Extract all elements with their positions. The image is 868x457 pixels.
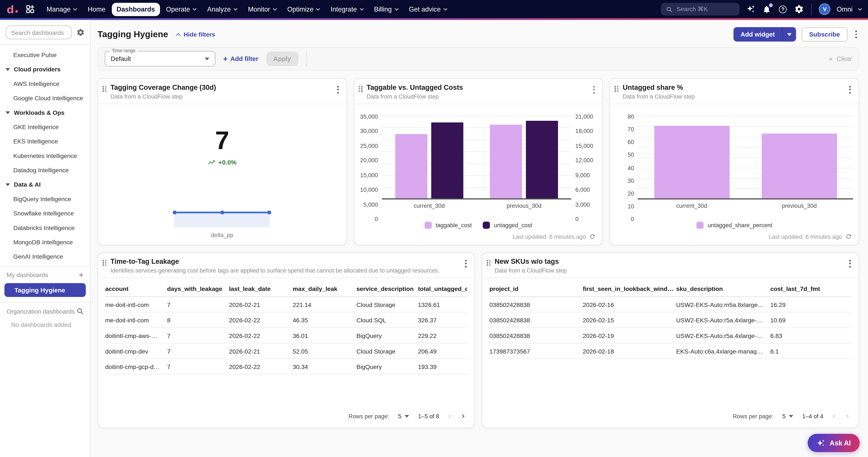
sidebar-item-eks-intelligence[interactable]: EKS Intelligence <box>0 134 90 148</box>
widget-overflow-menu[interactable] <box>847 84 853 99</box>
y-axis-tick: 0 <box>631 216 634 222</box>
pagination-prev-button[interactable]: ‹ <box>448 412 452 420</box>
column-header-project-id[interactable]: project_id <box>489 285 583 292</box>
nav-item-manage[interactable]: Manage <box>42 3 82 16</box>
column-header-max-daily-leak[interactable]: max_daily_leak <box>292 285 356 292</box>
column-header-service-description[interactable]: service_description <box>356 285 418 292</box>
table-cell: 2026-02-15 <box>583 317 676 323</box>
sidebar-item-google-cloud-intelligence[interactable]: Google Cloud Intelligence <box>0 91 90 105</box>
pagination-next-button[interactable]: › <box>845 412 849 420</box>
drag-handle-icon[interactable] <box>102 260 106 274</box>
column-header-last-leak-date[interactable]: last_leak_date <box>229 285 292 292</box>
widget-overflow-menu[interactable] <box>335 84 341 99</box>
add-widget-dropdown-button[interactable] <box>782 27 796 41</box>
org-dashboards-search-icon[interactable] <box>76 307 84 315</box>
nav-item-analyze[interactable]: Analyze <box>202 3 242 16</box>
table-cell: me-doit-intl-com <box>105 301 167 308</box>
sidebar-settings-gear-icon[interactable] <box>76 28 85 36</box>
column-header-cost-last-7d-fmt[interactable]: cost_last_7d_fmt <box>770 285 851 292</box>
widget-subtitle: Identifies services generating cost befo… <box>111 267 459 274</box>
select-caret-icon <box>789 415 794 418</box>
sidebar-item-bigquery-intelligence[interactable]: BigQuery Intelligence <box>0 192 90 206</box>
sidebar-item-datadog-intelligence[interactable]: Datadog Intelligence <box>0 163 90 177</box>
drag-handle-icon[interactable] <box>359 86 363 100</box>
rows-per-page-select[interactable]: 5 <box>398 413 409 419</box>
ask-ai-button[interactable]: Ask AI <box>807 434 860 452</box>
y-axis-left: 05,00010,00015,00020,00025,00030,00035,0… <box>359 116 382 219</box>
org-dashboards-empty-text: No dashboards added <box>0 318 90 328</box>
add-filter-button[interactable]: + Add filter <box>223 55 258 62</box>
widget-untagged-share: Untagged share % Data from a CloudFlow s… <box>610 78 859 246</box>
column-header-account[interactable]: account <box>105 285 167 292</box>
apply-filters-button[interactable]: Apply <box>266 52 298 66</box>
sidebar-section-workloads-ops[interactable]: Workloads & Ops <box>0 105 90 119</box>
column-header-days-with-leakage[interactable]: days_with_leakage <box>167 285 229 292</box>
filter-divider <box>306 52 307 66</box>
sidebar-item-tagging-hygiene[interactable]: Tagging Hygiene <box>4 283 86 297</box>
user-avatar[interactable]: V <box>819 3 830 15</box>
nav-item-get-advice[interactable]: Get advice <box>404 3 452 16</box>
subscribe-button[interactable]: Subscribe <box>801 27 848 41</box>
bar-taggable-cost-previous-30d <box>490 125 522 198</box>
y-axis-tick: 12,000 <box>576 157 593 164</box>
sidebar-item-snowflake-intelligence[interactable]: Snowflake Intelligence <box>0 206 90 220</box>
column-header-total-untagged-c[interactable]: total_untagged_c… <box>418 285 467 292</box>
nav-item-home[interactable]: Home <box>83 3 111 16</box>
pagination-next-button[interactable]: › <box>462 412 465 420</box>
sidebar-item-gke-intelligence[interactable]: GKE Intelligence <box>0 120 90 134</box>
table-pagination: Rows per page: 5 1–5 of 8 ‹ › <box>105 412 467 428</box>
bar-group-previous-30d <box>477 116 571 198</box>
nav-item-operate[interactable]: Operate <box>161 3 201 16</box>
column-header-sku-description[interactable]: sku_description <box>676 285 770 292</box>
table-cell: doitintl-cmp-aws-… <box>105 332 167 339</box>
help-icon[interactable]: ? <box>778 4 788 14</box>
sidebar-section-data-ai[interactable]: Data & AI <box>0 177 90 192</box>
sidebar-item-databricks-intelligence[interactable]: Databricks Intelligence <box>0 221 90 235</box>
widget-overflow-menu[interactable] <box>463 258 469 274</box>
ai-sparkle-icon[interactable] <box>746 4 756 14</box>
sidebar-search-input[interactable]: Search dashboards <box>5 25 72 39</box>
hide-filters-toggle[interactable]: Hide filters <box>177 31 215 38</box>
column-header-first-seen-in-lookback-wind[interactable]: first_seen_in_lookback_wind… <box>583 285 676 292</box>
x-axis-label-current-30d: current_30d <box>638 202 746 209</box>
sidebar-item-genai-intelligence[interactable]: GenAI Intelligence <box>0 249 90 263</box>
clear-filters-button[interactable]: × Clear <box>829 55 852 62</box>
notifications-bell-icon[interactable] <box>762 4 772 14</box>
sidebar-item-executive-pulse[interactable]: Executive Pulse <box>0 48 90 62</box>
pagination-prev-button[interactable]: ‹ <box>832 412 836 420</box>
global-search-input[interactable]: Search ⌘K <box>661 3 740 16</box>
drag-handle-icon[interactable] <box>102 86 106 100</box>
widget-time-to-tag-leakage: Time-to-Tag Leakage Identifies services … <box>97 252 475 428</box>
widget-overflow-menu[interactable] <box>847 258 853 274</box>
drag-handle-icon[interactable] <box>487 260 491 274</box>
time-range-select[interactable]: Time range Default <box>105 51 215 66</box>
settings-gear-icon[interactable] <box>794 4 804 14</box>
user-menu-chevron-icon[interactable] <box>858 7 862 10</box>
add-widget-button[interactable]: Add widget <box>733 27 782 41</box>
main-menu: ManageHomeDashboardsOperateAnalyzeMonito… <box>42 3 452 16</box>
app-grid-icon[interactable] <box>26 4 35 14</box>
add-dashboard-plus-icon[interactable]: + <box>79 272 84 278</box>
sidebar-section-cloud-providers[interactable]: Cloud providers <box>0 62 90 76</box>
refresh-icon[interactable] <box>589 233 596 240</box>
nav-item-billing[interactable]: Billing <box>369 3 403 16</box>
nav-item-optimize[interactable]: Optimize <box>282 3 324 16</box>
widget-taggable-vs-untagged-costs: Taggable vs. Untagged Costs Data from a … <box>353 78 603 246</box>
doit-logo[interactable]: d <box>7 5 18 13</box>
sidebar-item-mongodb-intelligence[interactable]: MongoDB Intelligence <box>0 235 90 249</box>
dashboard-overflow-menu[interactable] <box>853 28 859 40</box>
rows-per-page-select[interactable]: 5 <box>782 413 794 419</box>
sidebar-item-kubernetes-intelligence[interactable]: Kubernetes Intelligence <box>0 148 90 163</box>
table-cell: 193.39 <box>418 363 467 370</box>
refresh-icon[interactable] <box>845 233 852 240</box>
sidebar-item-aws-intelligence[interactable]: AWS Intelligence <box>0 77 90 91</box>
table-cell: USW2-EKS-Auto:r5a.4xlarge-… <box>676 317 770 323</box>
chevron-down-icon <box>273 7 277 10</box>
search-icon <box>666 6 673 12</box>
drag-handle-icon[interactable] <box>615 86 619 100</box>
nav-item-integrate[interactable]: Integrate <box>326 3 368 16</box>
y-axis-tick: 5,000 <box>363 201 378 207</box>
nav-item-dashboards[interactable]: Dashboards <box>112 3 160 16</box>
nav-item-monitor[interactable]: Monitor <box>243 3 281 16</box>
widget-overflow-menu[interactable] <box>591 84 597 99</box>
